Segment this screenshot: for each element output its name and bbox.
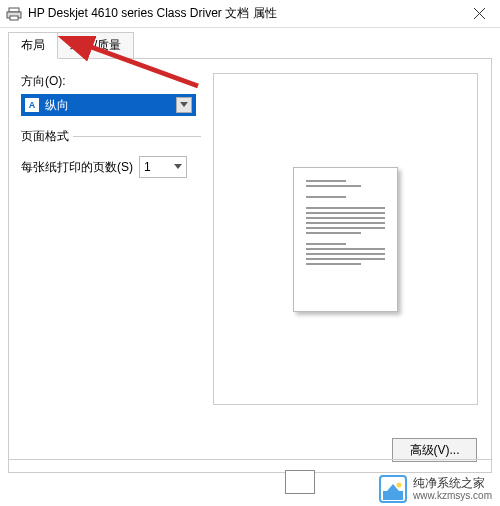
- pages-per-sheet-value: 1: [144, 160, 174, 174]
- advanced-button-label: 高级(V)...: [410, 442, 460, 459]
- watermark-logo-icon: [379, 475, 407, 503]
- printer-icon: [6, 6, 22, 22]
- page-format-legend: 页面格式: [21, 128, 73, 145]
- orientation-portrait-icon: A: [25, 98, 39, 112]
- layout-right-column: 高级(V)...: [201, 73, 479, 458]
- tab-strip: 布局 纸张/质量: [0, 28, 500, 59]
- title-bar: HP Deskjet 4610 series Class Driver 文档 属…: [0, 0, 500, 28]
- chevron-down-icon: [176, 97, 192, 113]
- pages-per-sheet-label: 每张纸打印的页数(S): [21, 159, 133, 176]
- orientation-select[interactable]: A 纵向: [21, 94, 196, 116]
- watermark: 纯净系统之家 www.kzmsys.com: [379, 475, 492, 503]
- svg-rect-9: [383, 491, 403, 500]
- tab-paper-quality-label: 纸张/质量: [70, 38, 121, 52]
- page-format-group: 页面格式 每张纸打印的页数(S) 1: [21, 136, 201, 178]
- tab-panel-layout: 方向(O): A 纵向 页面格式 每张纸打印的页数(S) 1: [8, 58, 492, 473]
- chevron-down-icon: [174, 162, 182, 172]
- svg-rect-0: [9, 8, 19, 12]
- watermark-url: www.kzmsys.com: [413, 490, 492, 502]
- layout-left-column: 方向(O): A 纵向 页面格式 每张纸打印的页数(S) 1: [21, 73, 201, 458]
- page-preview: [213, 73, 478, 405]
- svg-marker-6: [174, 164, 182, 169]
- ok-button-partial[interactable]: [285, 470, 315, 494]
- tab-layout-label: 布局: [21, 38, 45, 52]
- preview-paper: [293, 167, 398, 312]
- watermark-name: 纯净系统之家: [413, 476, 492, 490]
- pages-per-sheet-select[interactable]: 1: [139, 156, 187, 178]
- svg-marker-5: [180, 102, 188, 107]
- svg-rect-2: [10, 16, 18, 20]
- tab-paper-quality[interactable]: 纸张/质量: [57, 32, 134, 59]
- orientation-label: 方向(O):: [21, 73, 201, 90]
- divider: [8, 459, 492, 460]
- orientation-value: 纵向: [45, 97, 176, 114]
- close-button[interactable]: [458, 0, 500, 28]
- svg-point-11: [397, 483, 402, 488]
- window-title: HP Deskjet 4610 series Class Driver 文档 属…: [28, 5, 458, 22]
- tab-layout[interactable]: 布局: [8, 32, 58, 59]
